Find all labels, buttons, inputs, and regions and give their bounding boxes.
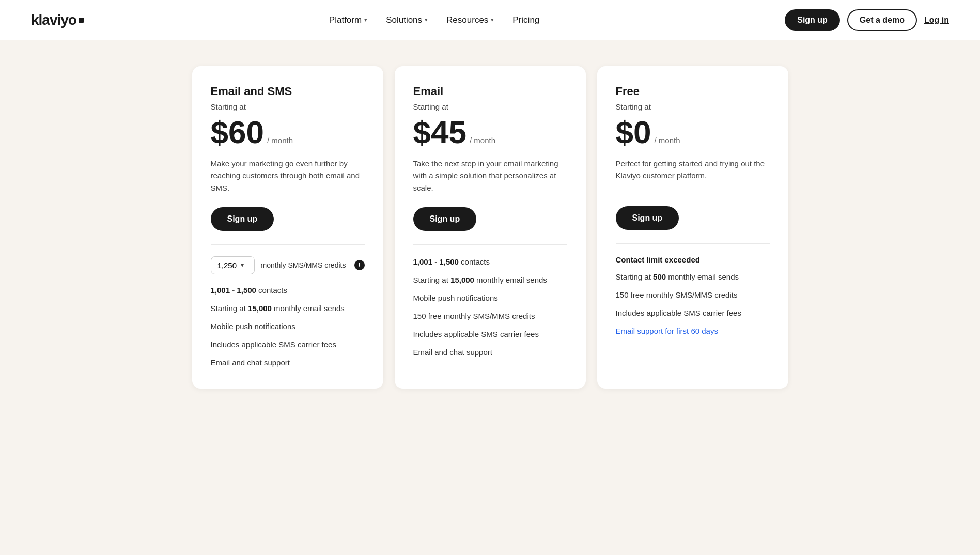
list-item: 150 free monthly SMS/MMS credits [413,311,567,321]
card-divider [616,243,770,244]
list-item: Includes applicable SMS carrier fees [413,329,567,340]
nav-links: Platform ▾ Solutions ▾ Resources ▾ Prici… [329,15,539,25]
list-item: Includes applicable SMS carrier fees [616,307,770,318]
nav-signup-button[interactable]: Sign up [785,9,840,31]
list-item: 1,001 - 1,500 contacts [413,256,567,267]
card-title: Email [413,85,567,98]
chevron-down-icon: ▾ [425,17,428,23]
card-price-row: $0 / month [616,116,770,148]
card-starting-label: Starting at [413,102,567,111]
card-period: / month [470,136,495,145]
list-item: Email and chat support [211,357,365,368]
pricing-card-email-sms: Email and SMS Starting at $60 / month Ma… [192,66,383,389]
card-signup-button[interactable]: Sign up [211,207,274,231]
pricing-card-email: Email Starting at $45 / month Take the n… [395,66,586,389]
nav-pricing[interactable]: Pricing [512,15,539,25]
card-description: Take the next step in your email marketi… [413,158,567,194]
list-item: Starting at 15,000 monthly email sends [413,274,567,285]
sms-select[interactable]: 1,250 ▾ [211,256,255,274]
chevron-down-icon: ▾ [241,261,244,269]
card-divider [211,244,365,245]
list-item: Mobile push notifications [413,292,567,303]
card-price: $0 [616,116,651,148]
navigation: klaviyo Platform ▾ Solutions ▾ Resources… [0,0,980,40]
card-divider [413,244,567,245]
logo: klaviyo [31,12,84,28]
card-title: Free [616,85,770,98]
sms-selector-row: 1,250 ▾ monthly SMS/MMS credits ! [211,256,365,274]
logo-square [79,18,84,23]
nav-demo-button[interactable]: Get a demo [847,9,917,31]
pricing-card-free: Free Starting at $0 / month Perfect for … [597,66,788,389]
list-item: Includes applicable SMS carrier fees [211,339,365,350]
list-item: 150 free monthly SMS/MMS credits [616,289,770,300]
feature-list: Starting at 500 monthly email sends 150 … [616,271,770,336]
nav-platform[interactable]: Platform ▾ [329,15,367,25]
card-signup-button[interactable]: Sign up [616,206,679,230]
nav-actions: Sign up Get a demo Log in [785,9,949,31]
card-period: / month [267,136,293,145]
card-description: Make your marketing go even further by r… [211,158,365,194]
card-price: $45 [413,116,466,148]
nav-login-button[interactable]: Log in [924,16,949,25]
info-icon[interactable]: ! [354,260,365,270]
list-item: Mobile push notifications [211,321,365,332]
pricing-section: Email and SMS Starting at $60 / month Ma… [0,40,980,414]
list-item: 1,001 - 1,500 contacts [211,285,365,296]
card-title: Email and SMS [211,85,365,98]
card-price-row: $60 / month [211,116,365,148]
contact-limit-label: Contact limit exceeded [616,255,770,264]
nav-solutions[interactable]: Solutions ▾ [386,15,428,25]
sms-select-value: 1,250 [217,261,237,270]
list-item: Starting at 15,000 monthly email sends [211,303,365,314]
card-starting-label: Starting at [616,102,770,111]
card-price-row: $45 / month [413,116,567,148]
list-item: Email support for first 60 days [616,326,770,336]
card-signup-button[interactable]: Sign up [413,207,477,231]
nav-resources[interactable]: Resources ▾ [446,15,494,25]
card-period: / month [654,136,680,145]
chevron-down-icon: ▾ [364,17,367,23]
list-item: Email and chat support [413,347,567,358]
sms-label: monthly SMS/MMS credits [261,261,348,269]
card-starting-label: Starting at [211,102,365,111]
list-item: Starting at 500 monthly email sends [616,271,770,282]
feature-list: 1,001 - 1,500 contacts Starting at 15,00… [413,256,567,358]
chevron-down-icon: ▾ [491,17,494,23]
card-description: Perfect for getting started and trying o… [616,158,770,193]
card-price: $60 [211,116,264,148]
feature-list: 1,001 - 1,500 contacts Starting at 15,00… [211,285,365,368]
